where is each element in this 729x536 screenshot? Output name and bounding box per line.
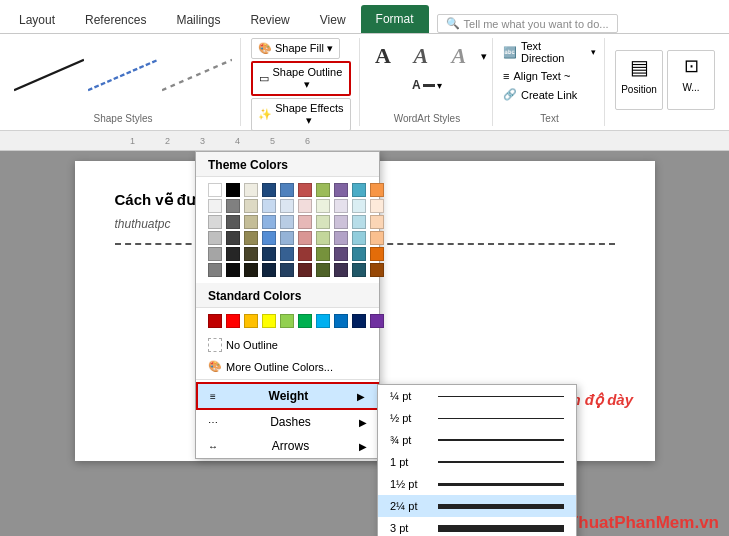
theme-color-swatch[interactable] — [208, 199, 222, 213]
theme-color-swatch[interactable] — [226, 247, 240, 261]
theme-color-swatch[interactable] — [316, 183, 330, 197]
weight-option[interactable]: 2¼ pt — [378, 495, 576, 517]
standard-color-swatch[interactable] — [334, 314, 348, 328]
theme-color-swatch[interactable] — [370, 183, 384, 197]
theme-color-swatch[interactable] — [262, 263, 276, 277]
theme-color-swatch[interactable] — [244, 231, 258, 245]
theme-color-swatch[interactable] — [226, 199, 240, 213]
theme-color-swatch[interactable] — [316, 263, 330, 277]
standard-color-swatch[interactable] — [262, 314, 276, 328]
wrap-text-button[interactable]: ⊡ W... — [667, 50, 715, 110]
theme-color-swatch[interactable] — [298, 263, 312, 277]
theme-color-swatch[interactable] — [370, 247, 384, 261]
arrows-item[interactable]: ↔ Arrows ▶ — [196, 434, 379, 458]
theme-color-swatch[interactable] — [370, 231, 384, 245]
wordart-letter-a1[interactable]: A — [365, 38, 401, 74]
theme-color-swatch[interactable] — [370, 199, 384, 213]
theme-color-swatch[interactable] — [244, 215, 258, 229]
standard-color-swatch[interactable] — [208, 314, 222, 328]
theme-color-swatch[interactable] — [370, 215, 384, 229]
theme-color-swatch[interactable] — [370, 263, 384, 277]
theme-color-swatch[interactable] — [244, 199, 258, 213]
theme-color-swatch[interactable] — [208, 247, 222, 261]
theme-color-swatch[interactable] — [352, 215, 366, 229]
no-outline-item[interactable]: No Outline — [196, 334, 379, 356]
weight-item[interactable]: ≡ Weight ▶ ¼ pt½ pt¾ pt1 pt1½ pt2¼ pt3 p… — [196, 382, 379, 410]
theme-color-swatch[interactable] — [262, 247, 276, 261]
wordart-letter-a3[interactable]: A — [441, 38, 477, 74]
theme-color-swatch[interactable] — [298, 247, 312, 261]
theme-color-swatch[interactable] — [262, 183, 276, 197]
weight-option[interactable]: ¼ pt — [378, 385, 576, 407]
theme-color-swatch[interactable] — [262, 215, 276, 229]
theme-color-swatch[interactable] — [352, 199, 366, 213]
tab-mailings[interactable]: Mailings — [161, 6, 235, 33]
standard-color-swatch[interactable] — [352, 314, 366, 328]
weight-option[interactable]: 1 pt — [378, 451, 576, 473]
theme-color-swatch[interactable] — [208, 231, 222, 245]
weight-option[interactable]: ½ pt — [378, 407, 576, 429]
theme-color-swatch[interactable] — [280, 215, 294, 229]
align-text-row[interactable]: ≡ Align Text ~ — [503, 68, 570, 84]
theme-color-swatch[interactable] — [244, 263, 258, 277]
theme-color-swatch[interactable] — [316, 231, 330, 245]
shape-outline-button[interactable]: ▭ Shape Outline ▾ — [251, 61, 351, 96]
theme-color-swatch[interactable] — [316, 215, 330, 229]
theme-color-swatch[interactable] — [280, 247, 294, 261]
theme-color-swatch[interactable] — [334, 199, 348, 213]
standard-color-swatch[interactable] — [226, 314, 240, 328]
standard-color-swatch[interactable] — [244, 314, 258, 328]
text-direction-row[interactable]: 🔤 Text Direction ▾ — [503, 38, 596, 66]
theme-color-swatch[interactable] — [298, 215, 312, 229]
theme-color-swatch[interactable] — [208, 263, 222, 277]
theme-color-swatch[interactable] — [316, 247, 330, 261]
theme-color-swatch[interactable] — [334, 247, 348, 261]
theme-color-swatch[interactable] — [280, 231, 294, 245]
theme-color-swatch[interactable] — [208, 215, 222, 229]
create-link-row[interactable]: 🔗 Create Link — [503, 86, 577, 103]
search-box[interactable]: 🔍 Tell me what you want to do... — [437, 14, 618, 33]
theme-color-swatch[interactable] — [334, 263, 348, 277]
standard-color-swatch[interactable] — [280, 314, 294, 328]
text-fill-btn[interactable]: A ▾ — [412, 78, 442, 92]
tab-format[interactable]: Format — [361, 5, 429, 33]
theme-color-swatch[interactable] — [334, 231, 348, 245]
standard-color-swatch[interactable] — [370, 314, 384, 328]
weight-option[interactable]: ¾ pt — [378, 429, 576, 451]
tab-view[interactable]: View — [305, 6, 361, 33]
tab-layout[interactable]: Layout — [4, 6, 70, 33]
theme-color-swatch[interactable] — [298, 231, 312, 245]
shape-line-2[interactable] — [88, 55, 158, 95]
wordart-letter-a2[interactable]: A — [403, 38, 439, 74]
position-button[interactable]: ▤ Position — [615, 50, 663, 110]
theme-color-swatch[interactable] — [226, 231, 240, 245]
theme-color-swatch[interactable] — [280, 263, 294, 277]
theme-color-swatch[interactable] — [352, 263, 366, 277]
theme-color-swatch[interactable] — [334, 183, 348, 197]
shape-fill-button[interactable]: 🎨 Shape Fill ▾ — [251, 38, 340, 59]
tab-references[interactable]: References — [70, 6, 161, 33]
theme-color-swatch[interactable] — [208, 183, 222, 197]
theme-color-swatch[interactable] — [298, 183, 312, 197]
shape-line-1[interactable] — [14, 55, 84, 95]
theme-color-swatch[interactable] — [244, 183, 258, 197]
standard-color-swatch[interactable] — [298, 314, 312, 328]
theme-color-swatch[interactable] — [226, 215, 240, 229]
dashes-item[interactable]: ⋯ Dashes ▶ — [196, 410, 379, 434]
theme-color-swatch[interactable] — [226, 183, 240, 197]
wordart-more[interactable]: ▾ — [479, 50, 489, 63]
theme-color-swatch[interactable] — [334, 215, 348, 229]
weight-option[interactable]: 3 pt — [378, 517, 576, 536]
shape-line-3[interactable] — [162, 55, 232, 95]
theme-color-swatch[interactable] — [226, 263, 240, 277]
theme-color-swatch[interactable] — [316, 199, 330, 213]
theme-color-swatch[interactable] — [352, 231, 366, 245]
weight-option[interactable]: 1½ pt — [378, 473, 576, 495]
theme-color-swatch[interactable] — [262, 231, 276, 245]
standard-color-swatch[interactable] — [316, 314, 330, 328]
theme-color-swatch[interactable] — [352, 247, 366, 261]
theme-color-swatch[interactable] — [244, 247, 258, 261]
theme-color-swatch[interactable] — [262, 199, 276, 213]
theme-color-swatch[interactable] — [280, 183, 294, 197]
theme-color-swatch[interactable] — [280, 199, 294, 213]
